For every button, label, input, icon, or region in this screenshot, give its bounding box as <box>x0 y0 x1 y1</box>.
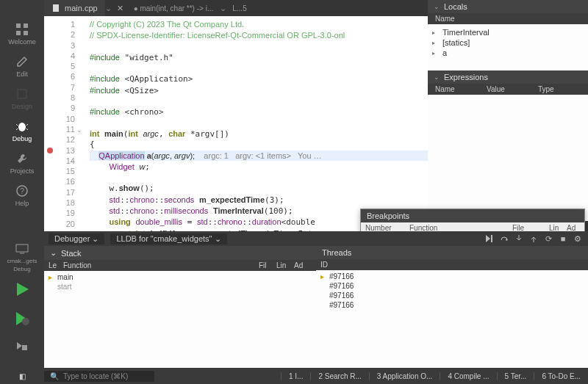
step-out-icon[interactable] <box>528 233 539 244</box>
bug-icon <box>15 119 29 134</box>
stack-header[interactable]: ⌄Stack <box>44 246 316 260</box>
wrench-icon <box>15 151 29 166</box>
expressions-body[interactable] <box>428 95 588 221</box>
locals-body[interactable]: ▸TimerInterval▸[statics]▸a <box>428 24 588 70</box>
col-function: Function <box>63 261 259 269</box>
output-tab[interactable]: 2 Search R... <box>310 372 368 380</box>
build-target-selector[interactable]: cmak...gets Debug <box>0 241 44 273</box>
breadcrumb[interactable]: ● main(int, char **) -> i... <box>128 4 220 12</box>
thread-row[interactable]: #97166 <box>316 291 588 300</box>
continue-icon[interactable] <box>484 233 495 244</box>
line-indicator: L...5 <box>226 4 252 12</box>
svg-rect-16 <box>53 4 59 12</box>
monitor-icon <box>15 242 29 256</box>
svg-rect-2 <box>16 31 21 35</box>
close-icon[interactable]: ✕ <box>112 4 128 13</box>
svg-line-6 <box>16 124 18 126</box>
thread-row[interactable]: #97166 <box>316 300 588 310</box>
expand-icon[interactable]: ▸ <box>432 50 440 57</box>
threads-body[interactable]: ▸#97166#97166#97166#97166 <box>316 270 588 368</box>
run-debug-icon[interactable] <box>14 311 30 327</box>
locals-columns: Name <box>428 13 588 24</box>
file-tab-label: main.cpp <box>65 4 98 12</box>
pencil-icon <box>15 54 29 69</box>
rail-debug[interactable]: Debug <box>0 115 44 147</box>
file-icon <box>51 4 60 12</box>
mode-rail: Welcome Edit Design Debug Projects ? Hel… <box>0 0 44 384</box>
restart-icon[interactable]: ⟳ <box>542 233 554 244</box>
gutter[interactable]: 1234567891011⌄121314151617181920 <box>44 16 79 231</box>
svg-line-9 <box>26 128 28 130</box>
stack-pane: ⌄Stack Le Function Fil Lin Ad ▸main star… <box>44 246 316 368</box>
expressions-header[interactable]: ⌄ Expressions <box>428 70 588 84</box>
debug-engine-selector[interactable]: LLDB for "cmake_widgets" ⌄ <box>110 233 226 244</box>
grid-icon <box>15 22 29 37</box>
rail-help[interactable]: ? Help <box>0 179 44 211</box>
locals-row[interactable]: ▸TimerInterval <box>432 27 584 37</box>
stack-row[interactable]: start <box>44 282 316 291</box>
current-frame-icon: ▸ <box>49 273 57 281</box>
col-address: Ad <box>294 261 312 269</box>
run-icon[interactable] <box>14 281 30 297</box>
chevron-down-icon: ⌄ <box>434 3 440 10</box>
output-tab[interactable]: 3 Application O... <box>369 372 440 380</box>
threads-header[interactable]: Threads <box>316 246 588 259</box>
stack-body[interactable]: ▸main start <box>44 271 316 368</box>
step-over-icon[interactable] <box>498 233 510 244</box>
bottom-dock: ⌄Stack Le Function Fil Lin Ad ▸main star… <box>44 246 588 368</box>
locals-row[interactable]: ▸a <box>432 48 584 58</box>
rail-projects[interactable]: Projects <box>0 147 44 179</box>
thread-row[interactable]: ▸#97166 <box>316 272 588 281</box>
output-tab[interactable]: 6 To-Do E... <box>534 372 588 380</box>
svg-text:?: ? <box>20 187 24 195</box>
threads-pane: Threads ID ▸#97166#97166#97166#97166 <box>316 246 588 368</box>
col-name: Name <box>432 85 484 93</box>
col-line: Lin <box>276 261 294 269</box>
output-tab[interactable]: 4 Compile ... <box>440 372 496 380</box>
svg-rect-3 <box>24 31 28 35</box>
col-name: Name <box>432 15 458 23</box>
chevron-icon[interactable]: ⌄ <box>105 4 112 13</box>
stop-icon[interactable]: ■ <box>557 233 569 244</box>
svg-rect-4 <box>18 90 26 98</box>
col-file: Fil <box>259 261 276 269</box>
output-tab[interactable]: 5 Ter... <box>497 372 534 380</box>
file-tab[interactable]: main.cpp <box>44 0 105 16</box>
output-tab[interactable]: 1 I... <box>281 372 310 380</box>
breakpoints-header[interactable]: Breakpoints <box>361 209 584 222</box>
status-bar: ◧ 🔍 Type to locate (⌘K) 1 I...2 Search R… <box>0 368 588 384</box>
debugger-toolbar: Debugger ⌄ LLDB for "cmake_widgets" ⌄ ⟳ … <box>44 231 588 246</box>
code-editor[interactable]: 1234567891011⌄121314151617181920 // Copy… <box>44 16 428 231</box>
svg-rect-1 <box>24 23 28 28</box>
rail-label: Edit <box>16 70 28 78</box>
step-into-icon[interactable] <box>513 233 525 244</box>
locals-row[interactable]: ▸[statics] <box>432 37 584 48</box>
chevron-down-icon: ⌄ <box>50 248 57 258</box>
chevron-down-icon: ⌄ <box>434 73 440 81</box>
panel-title: Expressions <box>444 73 488 81</box>
toggle-sidebar-icon[interactable]: ◧ <box>19 372 26 380</box>
rail-label: Design <box>12 103 32 110</box>
expand-icon[interactable]: ▸ <box>432 29 440 36</box>
rail-edit[interactable]: Edit <box>0 50 44 82</box>
output-tabs: 1 I...2 Search R...3 Application O...4 C… <box>281 372 588 380</box>
stack-row[interactable]: ▸main <box>44 272 316 282</box>
rail-design: Design <box>0 82 44 115</box>
design-icon <box>15 87 29 101</box>
rail-welcome[interactable]: Welcome <box>0 18 44 50</box>
svg-point-14 <box>22 318 29 325</box>
settings-icon[interactable]: ⚙ <box>572 233 584 244</box>
chevron-icon[interactable]: ⌄ <box>219 4 226 13</box>
debugger-selector[interactable]: Debugger ⌄ <box>49 233 104 244</box>
svg-line-7 <box>26 124 28 126</box>
panel-title: Locals <box>444 2 467 11</box>
locator-input[interactable]: 🔍 Type to locate (⌘K) <box>44 371 154 382</box>
code-area[interactable]: // Copyright (C) 2023 The Qt Company Ltd… <box>79 16 428 231</box>
thread-row[interactable]: #97166 <box>316 281 588 291</box>
stack-columns: Le Function Fil Lin Ad <box>44 260 316 271</box>
col-type: Type <box>535 85 557 93</box>
question-icon: ? <box>15 184 29 198</box>
expand-icon[interactable]: ▸ <box>432 40 440 46</box>
locals-header[interactable]: ⌄ Locals <box>428 0 588 13</box>
build-icon[interactable] <box>15 340 29 355</box>
